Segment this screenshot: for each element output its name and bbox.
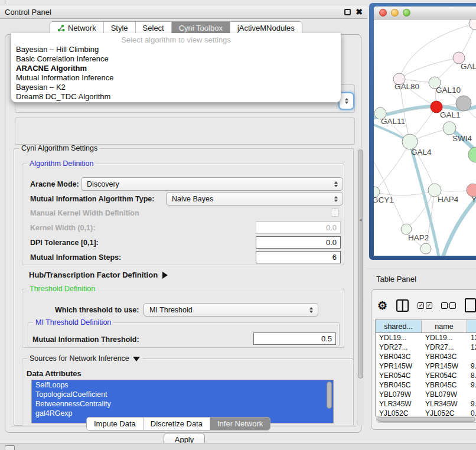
combo-stepper-icon [334,181,338,187]
algorithm-option[interactable]: ARACNE Algorithm [11,64,341,73]
tab-impute-data[interactable]: Impute Data [87,418,144,430]
divider [366,269,476,269]
table-column-header[interactable] [467,320,476,332]
algorithm-option[interactable]: Dream8 DC_TDC Algorithm [11,92,341,102]
hub-definition-expander[interactable]: Hub/Transcription Factor Definition [29,270,168,279]
mi-steps-input[interactable]: 6 [256,251,341,263]
tab-discretize-data[interactable]: Discretize Data [144,418,210,430]
table-row[interactable]: YBR045CYBR045C9. [376,380,476,390]
kernel-width-input[interactable]: 0.0 [256,221,341,234]
tab-network[interactable]: Network [50,22,104,34]
aracne-mode-combo[interactable]: Discovery [81,177,343,191]
table-cell: 13 [467,333,476,343]
network-node[interactable] [420,243,431,254]
zoom-traffic-light-icon[interactable] [403,9,410,17]
cyni-algorithm-settings-title: Cyni Algorithm Settings [19,144,100,152]
float-window-icon[interactable] [344,9,351,15]
close-traffic-light-icon[interactable] [379,9,387,17]
table-row[interactable]: YDR27...YDR27...12 [376,343,476,352]
restore-panel-icon[interactable] [5,445,15,450]
manual-kernel-width-checkbox[interactable] [331,208,339,217]
data-attribute-item[interactable]: TopologicalCoefficient [32,390,333,399]
settings-scrollbar-thumb[interactable] [358,149,363,379]
panel-splitter-handle[interactable]: ◂ [359,216,364,223]
network-node[interactable] [468,147,476,162]
mi-threshold-label: Mutual Information Threshold: [32,335,139,344]
table-cell: YBR045C [422,380,467,390]
select-all-icon[interactable]: ✓✓ [418,302,432,309]
network-node-label: SWI4 [452,134,472,143]
minimize-traffic-light-icon[interactable] [391,9,399,17]
list-scrollbar[interactable] [327,381,332,409]
table-scrollbar-thumb[interactable] [377,417,475,422]
network-graph: GAL7GAL80GAL10GAL1GAL11SWI4GAL4GCY1HAP4Y… [374,19,476,256]
tab-jactivemnodules[interactable]: jActiveMNodules [230,22,302,34]
table-row[interactable]: YLR345WYLR345W9. [376,399,476,409]
kernel-width-label: Kernel Width (0,1): [30,224,95,232]
dpi-tolerance-input[interactable]: 0.0 [256,236,341,249]
network-view-window[interactable]: GAL7GAL80GAL10GAL1GAL11SWI4GAL4GCY1HAP4Y… [369,3,476,260]
threshold-definition-title: Threshold Definition [27,285,97,293]
network-node-label: Y [471,195,476,204]
network-node-label: HAP4 [438,195,459,204]
table-toolbar: ⚙ ✓✓ [377,297,476,314]
split-pane-icon[interactable] [396,299,409,312]
function-builder-icon[interactable] [465,298,476,312]
network-window-titlebar[interactable] [374,6,476,19]
table-cell: 9. [467,361,476,371]
sources-group-title: Sources for Network Inference [27,354,142,363]
table-cell: YBR043C [422,352,467,361]
network-node-label: GAL1 [440,110,461,119]
table-row[interactable]: YBR043CYBR043C [376,352,476,361]
network-node[interactable] [456,96,471,111]
network-node-label: GAL7 [461,62,476,71]
algorithm-option[interactable]: Bayesian – K2 [11,83,341,92]
node-table[interactable]: shared...nameYDL19...YDL19...13YDR27...Y… [375,319,476,416]
tab-style[interactable]: Style [104,22,136,34]
table-row[interactable]: YER054CYER054C8. [376,371,476,380]
window-edge-tick [5,0,5,4]
combo-stepper-icon [334,196,338,202]
mi-algorithm-type-combo[interactable]: Naive Bayes [166,192,343,206]
gear-icon[interactable]: ⚙ [377,300,387,311]
table-cell: 9. [467,399,476,409]
network-edge[interactable] [399,58,459,79]
network-node-label: GCY1 [374,195,394,204]
table-horizontal-scrollbar[interactable] [376,416,476,423]
table-row[interactable]: YBL079WYBL079W [376,390,476,399]
close-icon[interactable]: ✖ [356,8,363,16]
algorithm-option[interactable]: Basic Correlation Inference [11,54,341,64]
network-canvas[interactable]: GAL7GAL80GAL10GAL1GAL11SWI4GAL4GCY1HAP4Y… [374,19,476,256]
settings-scrollbar[interactable] [357,148,364,426]
tab-select[interactable]: Select [136,22,172,34]
network-node-label: GAL4 [411,148,432,156]
data-attribute-item[interactable]: SelfLoops [32,380,333,390]
table-cell: YLR345W [376,399,422,409]
tab-cyni-toolbox[interactable]: Cyni Toolbox [172,22,230,34]
network-node-label: HAP2 [408,233,429,242]
control-panel-titlebar: Control Panel ✖ [0,5,367,19]
network-edge[interactable] [374,142,410,192]
algorithm-option[interactable]: Bayesian – Hill Climbing [11,45,341,54]
table-row[interactable]: YDL19...YDL19...13 [376,333,476,343]
tab-infer-network[interactable]: Infer Network [210,418,270,430]
table-row[interactable]: YPR145WYPR145W9. [376,361,476,371]
table-cell: YLR345W [422,399,467,409]
network-node[interactable] [443,122,456,135]
network-node[interactable] [469,19,476,30]
mi-threshold-input[interactable]: 0.5 [253,332,336,345]
infer-mode-tabs: Impute Data Discretize Data Infer Networ… [86,417,270,431]
network-edge[interactable] [374,190,435,195]
algorithm-option[interactable]: Mutual Information Inference [11,73,341,83]
deselect-all-icon[interactable] [441,302,456,309]
table-cell: YBR043C [376,352,422,361]
table-cell: YER054C [422,371,467,380]
which-threshold-combo[interactable]: MI Threshold [144,303,318,317]
table-column-header[interactable]: name [422,320,467,332]
table-cell: YPR145W [422,361,467,371]
table-cell: YDR27... [422,343,467,352]
hidden-groupbox-fragment [15,118,355,145]
dpi-tolerance-label: DPI Tolerance [0,1]: [30,239,99,247]
table-column-header[interactable]: shared... [376,320,422,332]
data-attribute-item[interactable]: BetweennessCentrality [32,399,333,409]
